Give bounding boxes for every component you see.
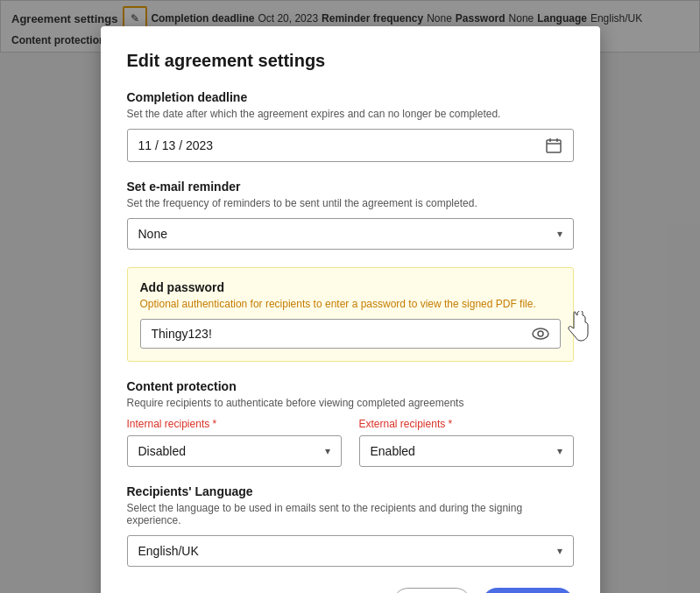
language-dropdown[interactable]: English/UK ▾ (127, 535, 574, 567)
internal-chevron-icon: ▾ (325, 445, 330, 457)
modal-overlay: Edit agreement settings Completion deadl… (0, 0, 700, 593)
modal-footer: Cancel Continue (127, 588, 574, 593)
email-reminder-section: Set e-mail reminder Set the frequency of… (127, 180, 574, 250)
reminder-chevron-icon: ▾ (557, 228, 562, 240)
add-password-section: Add password Optional authentication for… (127, 267, 574, 362)
external-recipients-group: External recipients * Enabled ▾ (359, 418, 574, 467)
cancel-button[interactable]: Cancel (392, 588, 471, 593)
edit-agreement-modal: Edit agreement settings Completion deadl… (101, 26, 600, 593)
reminder-selected-value: None (138, 227, 167, 241)
recipients-row: Internal recipients * Disabled ▾ Externa… (127, 418, 574, 467)
internal-dropdown[interactable]: Disabled ▾ (127, 435, 342, 467)
recipients-language-desc: Select the language to be used in emails… (127, 502, 574, 526)
external-dropdown[interactable]: Enabled ▾ (359, 435, 574, 467)
reminder-dropdown[interactable]: None ▾ (127, 218, 574, 250)
date-input-container (127, 129, 574, 162)
external-selected-value: Enabled (371, 444, 415, 458)
language-chevron-icon: ▾ (557, 545, 562, 557)
external-chevron-icon: ▾ (557, 445, 562, 457)
internal-label: Internal recipients * (127, 418, 342, 430)
content-protection-section: Content protection Require recipients to… (127, 379, 574, 467)
internal-recipients-group: Internal recipients * Disabled ▾ (127, 418, 342, 467)
internal-selected-value: Disabled (138, 444, 186, 458)
password-input-container (140, 319, 561, 349)
svg-point-5 (538, 331, 543, 336)
date-input[interactable] (138, 138, 545, 152)
language-selected-value: English/UK (138, 544, 199, 558)
completion-deadline-desc: Set the date after which the agreement e… (127, 108, 574, 120)
continue-button[interactable]: Continue (482, 588, 574, 593)
add-password-heading: Add password (140, 280, 561, 294)
recipients-language-heading: Recipients' Language (127, 484, 574, 498)
email-reminder-heading: Set e-mail reminder (127, 180, 574, 194)
add-password-desc: Optional authentication for recipients t… (140, 298, 561, 310)
svg-point-4 (533, 328, 548, 339)
content-protection-desc: Require recipients to authenticate befor… (127, 397, 574, 409)
modal-title: Edit agreement settings (127, 51, 574, 71)
password-input[interactable] (152, 327, 532, 341)
email-reminder-desc: Set the frequency of reminders to be sen… (127, 197, 574, 209)
svg-rect-0 (547, 140, 561, 152)
content-protection-heading: Content protection (127, 379, 574, 393)
completion-deadline-section: Completion deadline Set the date after w… (127, 90, 574, 162)
calendar-icon[interactable] (545, 137, 562, 154)
completion-deadline-heading: Completion deadline (127, 90, 574, 104)
eye-icon[interactable] (532, 327, 549, 341)
recipients-language-section: Recipients' Language Select the language… (127, 484, 574, 567)
external-label: External recipients * (359, 418, 574, 430)
